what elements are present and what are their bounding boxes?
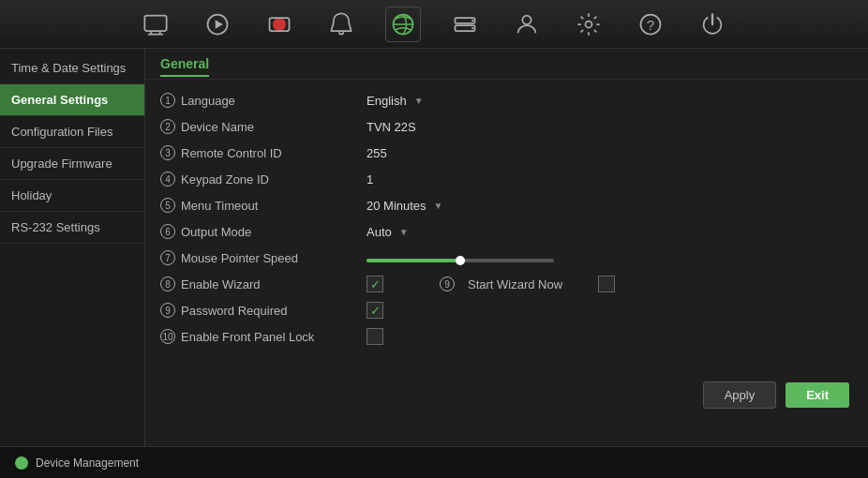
label-remote-control-text: Remote Control ID bbox=[181, 146, 282, 160]
live-view-icon[interactable] bbox=[138, 7, 173, 42]
num-8: 8 bbox=[160, 276, 175, 291]
sidebar-item-rs232[interactable]: RS-232 Settings bbox=[0, 212, 144, 244]
alarm-icon[interactable] bbox=[323, 7, 359, 42]
num-2: 2 bbox=[160, 119, 175, 134]
label-password-required: 9 Password Required bbox=[160, 303, 367, 318]
bottom-bar: Device Management bbox=[0, 446, 868, 478]
power-icon[interactable] bbox=[695, 7, 730, 42]
value-enable-wizard: 9 Start Wizard Now bbox=[367, 276, 853, 292]
svg-point-10 bbox=[522, 15, 531, 23]
action-buttons: Apply Exit bbox=[703, 381, 849, 409]
svg-marker-2 bbox=[216, 20, 223, 28]
playback-icon[interactable] bbox=[200, 7, 235, 42]
front-panel-lock-checkbox[interactable] bbox=[367, 328, 383, 345]
num-6: 6 bbox=[160, 224, 175, 239]
output-mode-value: Auto bbox=[367, 225, 392, 239]
label-output-mode: 6 Output Mode bbox=[160, 224, 367, 239]
svg-point-11 bbox=[586, 21, 592, 27]
start-wizard-label: Start Wizard Now bbox=[468, 277, 562, 291]
value-menu-timeout[interactable]: 20 Minutes ▼ bbox=[367, 199, 853, 213]
value-device-name[interactable]: TVN 22S bbox=[367, 120, 853, 134]
storage-icon[interactable] bbox=[447, 7, 483, 42]
menu-timeout-value: 20 Minutes bbox=[367, 199, 427, 213]
network-icon[interactable] bbox=[385, 7, 421, 42]
status-label: Device Management bbox=[36, 456, 139, 470]
status-area: Device Management bbox=[15, 456, 139, 470]
label-password-required-text: Password Required bbox=[181, 304, 287, 318]
language-value: English bbox=[367, 94, 407, 108]
label-device-name-text: Device Name bbox=[181, 120, 254, 134]
status-dot-icon bbox=[15, 456, 28, 470]
label-enable-wizard-text: Enable Wizard bbox=[181, 277, 261, 291]
start-wizard-now-checkbox[interactable] bbox=[598, 276, 615, 292]
num-7: 7 bbox=[160, 250, 175, 265]
value-remote-control[interactable]: 255 bbox=[367, 146, 853, 160]
sidebar-item-general[interactable]: General Settings bbox=[0, 84, 144, 116]
device-name-value: TVN 22S bbox=[367, 120, 416, 134]
svg-point-3 bbox=[273, 18, 286, 31]
toolbar: ? bbox=[0, 0, 868, 49]
row-password-required: 9 Password Required bbox=[160, 297, 853, 323]
output-mode-dropdown-arrow: ▼ bbox=[399, 227, 409, 237]
value-mouse-speed[interactable] bbox=[367, 253, 853, 262]
exit-button[interactable]: Exit bbox=[786, 382, 849, 408]
password-required-checkbox[interactable] bbox=[367, 302, 383, 319]
label-menu-timeout-text: Menu Timeout bbox=[181, 199, 258, 213]
help-icon[interactable]: ? bbox=[633, 7, 668, 42]
label-device-name: 2 Device Name bbox=[160, 119, 367, 134]
label-mouse-speed-text: Mouse Pointer Speed bbox=[181, 251, 298, 265]
sidebar-item-holiday[interactable]: Holiday bbox=[0, 180, 144, 212]
label-mouse-speed: 7 Mouse Pointer Speed bbox=[160, 250, 367, 265]
svg-text:?: ? bbox=[647, 16, 654, 32]
num-3: 3 bbox=[160, 145, 175, 160]
row-output-mode: 6 Output Mode Auto ▼ bbox=[160, 218, 853, 245]
record-icon[interactable] bbox=[262, 7, 297, 42]
row-mouse-speed: 7 Mouse Pointer Speed bbox=[160, 245, 853, 271]
value-front-panel-lock bbox=[367, 328, 853, 345]
label-menu-timeout: 5 Menu Timeout bbox=[160, 198, 367, 213]
mouse-speed-slider[interactable] bbox=[367, 259, 554, 262]
label-remote-control: 3 Remote Control ID bbox=[160, 145, 367, 160]
keypad-zone-value: 1 bbox=[367, 172, 373, 187]
system-icon[interactable] bbox=[571, 7, 606, 42]
row-keypad-zone: 4 Keypad Zone ID 1 bbox=[160, 166, 853, 192]
enable-wizard-checkbox[interactable] bbox=[367, 276, 383, 292]
num-1: 1 bbox=[160, 93, 175, 108]
wizard-right: 9 Start Wizard Now bbox=[440, 276, 615, 292]
sidebar-item-time-date[interactable]: Time & Date Settings bbox=[0, 52, 144, 84]
content-header: General bbox=[145, 49, 868, 80]
row-remote-control: 3 Remote Control ID 255 bbox=[160, 140, 853, 166]
label-front-panel-lock-text: Enable Front Panel Lock bbox=[181, 330, 314, 344]
svg-point-9 bbox=[471, 26, 473, 28]
value-output-mode[interactable]: Auto ▼ bbox=[367, 225, 853, 239]
label-front-panel-lock: 10 Enable Front Panel Lock bbox=[160, 329, 367, 344]
account-icon[interactable] bbox=[509, 7, 545, 42]
num-10: 10 bbox=[160, 329, 175, 344]
language-dropdown-arrow: ▼ bbox=[414, 96, 424, 106]
content-body: 1 Language English ▼ 2 Device Name bbox=[145, 80, 868, 357]
num-4: 4 bbox=[160, 172, 175, 187]
label-keypad-zone: 4 Keypad Zone ID bbox=[160, 172, 367, 187]
row-device-name: 2 Device Name TVN 22S bbox=[160, 113, 853, 140]
content-wrapper: General 1 Language English ▼ bbox=[145, 49, 868, 446]
svg-rect-0 bbox=[144, 15, 166, 30]
row-language: 1 Language English ▼ bbox=[160, 87, 853, 113]
num-5: 5 bbox=[160, 198, 175, 213]
main-area: Time & Date Settings General Settings Co… bbox=[0, 49, 868, 446]
num-start-wizard: 9 bbox=[440, 276, 455, 291]
label-language: 1 Language bbox=[160, 93, 367, 108]
sidebar-item-config-files[interactable]: Configuration Files bbox=[0, 116, 144, 148]
slider-thumb bbox=[456, 256, 465, 265]
tab-general[interactable]: General bbox=[160, 56, 209, 77]
row-menu-timeout: 5 Menu Timeout 20 Minutes ▼ bbox=[160, 192, 853, 218]
sidebar: Time & Date Settings General Settings Co… bbox=[0, 49, 145, 446]
label-output-mode-text: Output Mode bbox=[181, 225, 251, 239]
value-keypad-zone[interactable]: 1 bbox=[367, 172, 853, 187]
value-language[interactable]: English ▼ bbox=[367, 94, 853, 108]
sidebar-item-upgrade-firmware[interactable]: Upgrade Firmware bbox=[0, 148, 144, 180]
value-password-required bbox=[367, 302, 853, 319]
label-keypad-zone-text: Keypad Zone ID bbox=[181, 172, 269, 187]
remote-control-value: 255 bbox=[367, 146, 387, 160]
menu-timeout-dropdown-arrow: ▼ bbox=[434, 201, 443, 211]
apply-button[interactable]: Apply bbox=[703, 381, 777, 409]
